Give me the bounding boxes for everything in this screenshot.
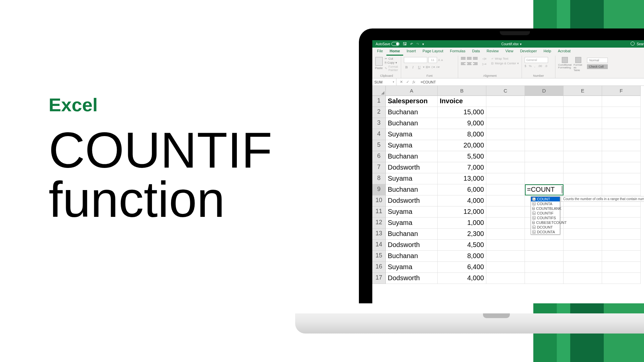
italic-button[interactable]: I (410, 64, 416, 70)
tab-data[interactable]: Data (469, 48, 483, 56)
cell[interactable]: 15,000 (438, 107, 486, 118)
cell[interactable] (525, 107, 564, 118)
cancel-formula-icon[interactable]: ✕ (400, 80, 403, 84)
row-header[interactable]: 4 (372, 129, 386, 140)
cell[interactable] (486, 129, 525, 140)
cell[interactable]: 1,000 (438, 218, 486, 229)
cell[interactable] (602, 273, 641, 284)
cell[interactable]: 2,300 (438, 229, 486, 240)
cell[interactable] (602, 251, 641, 262)
cell[interactable] (564, 229, 602, 240)
conditional-formatting-button[interactable]: Conditional Formatting (558, 57, 572, 69)
cell[interactable]: Buchanan (386, 184, 438, 195)
row-header[interactable]: 16 (372, 262, 386, 273)
formula-input[interactable]: =COUNT (419, 80, 436, 84)
cell[interactable] (486, 162, 525, 173)
name-box[interactable]: SUM ▾ (372, 78, 396, 85)
number-format-select[interactable] (525, 57, 548, 63)
chevron-down-icon[interactable]: ▾ (393, 80, 394, 83)
row-header[interactable]: 2 (372, 107, 386, 118)
cell[interactable] (486, 96, 525, 107)
cell[interactable]: Dodsworth (386, 273, 438, 284)
enter-formula-icon[interactable]: ✓ (406, 80, 409, 84)
border-icon[interactable]: ⊞▾ (426, 65, 430, 69)
cell[interactable]: Suyama (386, 206, 438, 218)
tab-help[interactable]: Help (540, 48, 555, 56)
cell[interactable]: Dodsworth (386, 162, 438, 173)
autosave-toggle[interactable]: AutoSave (376, 42, 399, 46)
row-header[interactable]: 3 (372, 118, 386, 129)
cell[interactable] (486, 184, 525, 195)
row-header[interactable]: 5 (372, 140, 386, 151)
row-header[interactable]: 10 (372, 195, 386, 206)
cell[interactable] (602, 151, 641, 162)
cell[interactable]: Suyama (386, 140, 438, 151)
cut-button[interactable]: ✂ Cut (385, 57, 398, 60)
cell[interactable] (525, 240, 564, 251)
underline-button[interactable]: U (417, 64, 422, 70)
cell[interactable]: Buchanan (386, 229, 438, 240)
cell[interactable]: 12,000 (438, 206, 486, 218)
format-as-table-button[interactable]: Format as Table (574, 57, 583, 72)
decrease-decimal-icon[interactable]: .0 (545, 64, 547, 68)
cell[interactable] (486, 240, 525, 251)
cell[interactable] (564, 184, 602, 195)
cell[interactable] (525, 173, 564, 184)
fill-color-icon[interactable]: ◇▾ (431, 65, 435, 69)
font-size-select[interactable] (428, 57, 437, 63)
increase-decimal-icon[interactable]: .00 (538, 64, 542, 68)
cell[interactable] (486, 262, 525, 273)
tab-page-layout[interactable]: Page Layout (419, 48, 447, 56)
row-header[interactable]: 6 (372, 151, 386, 162)
cell[interactable]: Buchanan (386, 251, 438, 262)
cell[interactable] (525, 262, 564, 273)
percent-icon[interactable]: % (529, 64, 532, 68)
cell[interactable] (602, 262, 641, 273)
cell[interactable] (525, 162, 564, 173)
cell[interactable] (602, 107, 641, 118)
cell[interactable] (602, 240, 641, 251)
decrease-indent-icon[interactable]: ◁≡ (482, 57, 486, 60)
cell[interactable]: Suyama (386, 173, 438, 184)
cell[interactable] (564, 118, 602, 129)
wrap-text-button[interactable]: ⤶ Wrap Text (491, 57, 519, 60)
cell[interactable]: 8,000 (438, 251, 486, 262)
cell[interactable]: 20,000 (438, 140, 486, 151)
select-all-corner[interactable] (372, 86, 386, 96)
cell[interactable]: 9,000 (438, 118, 486, 129)
font-color-icon[interactable]: A▾ (436, 65, 440, 69)
autocomplete-item[interactable]: fxCUBESETCOUNT (531, 220, 560, 225)
cell[interactable]: Invoice (438, 96, 486, 107)
formula-autocomplete[interactable]: fxCOUNT fxCOUNTA fxCOUNTBLANK fxCOUNTIF … (531, 196, 560, 235)
cell[interactable]: Buchanan (386, 118, 438, 129)
filename[interactable]: Countif.xlsx ▾ (501, 42, 522, 46)
cell[interactable]: Salesperson (386, 96, 438, 107)
redo-icon[interactable]: ↷ (416, 42, 419, 46)
row-header[interactable]: 15 (372, 251, 386, 262)
cell[interactable] (525, 96, 564, 107)
cell[interactable] (602, 218, 641, 229)
tab-formulas[interactable]: Formulas (447, 48, 469, 56)
cell[interactable] (602, 206, 641, 218)
font-family-select[interactable] (404, 57, 427, 63)
bold-button[interactable]: B (404, 64, 409, 70)
tab-review[interactable]: Review (483, 48, 502, 56)
cell[interactable] (564, 206, 602, 218)
cell[interactable] (564, 151, 602, 162)
cell[interactable] (486, 107, 525, 118)
cell[interactable]: Dodsworth (386, 240, 438, 251)
cell[interactable]: 4,500 (438, 240, 486, 251)
cell[interactable] (486, 195, 525, 206)
cell[interactable]: 4,000 (438, 273, 486, 284)
row-header[interactable]: 11 (372, 206, 386, 218)
cell[interactable] (602, 162, 641, 173)
cell[interactable] (525, 140, 564, 151)
cell[interactable]: Suyama (386, 218, 438, 229)
align-bottom-icon[interactable] (473, 57, 478, 60)
cell[interactable]: Buchanan (386, 107, 438, 118)
cell[interactable]: Suyama (386, 262, 438, 273)
active-cell[interactable]: =COUNT (525, 184, 564, 195)
align-center-icon[interactable] (467, 62, 472, 66)
cell[interactable] (602, 129, 641, 140)
align-right-icon[interactable] (473, 62, 478, 66)
